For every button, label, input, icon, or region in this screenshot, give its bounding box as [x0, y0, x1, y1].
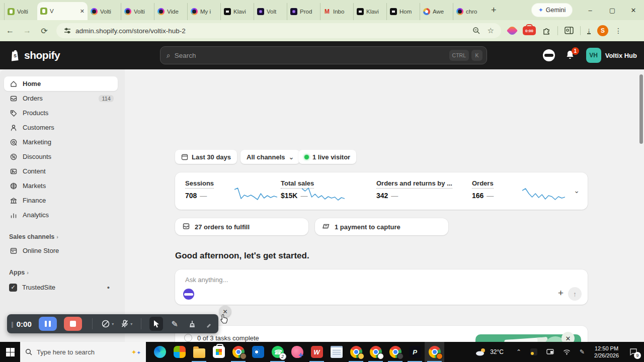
shopify-logo[interactable]: S shopify [9, 49, 60, 62]
chrome-profile2-icon[interactable] [366, 342, 385, 362]
browser-tab[interactable]: Hom [386, 3, 420, 20]
browser-tab[interactable]: Prod [287, 3, 320, 20]
sidebar-item-marketing[interactable]: Marketing [4, 135, 118, 149]
sidebar-item-customers[interactable]: Customers [4, 120, 118, 135]
url-text[interactable]: admin.shopify.com/store/voltix-hub-2 [75, 27, 472, 35]
back-icon[interactable]: ← [3, 26, 17, 35]
window-close-button[interactable]: ✕ [623, 0, 644, 20]
browser-tab[interactable]: chro [453, 3, 486, 20]
browser-tab[interactable]: Inbo [320, 3, 353, 20]
orders-to-fulfill-card[interactable]: 27 orders to fulfill [175, 218, 308, 235]
notification-center-button[interactable]: 9 [625, 342, 642, 362]
ask-input[interactable]: Ask anything... [185, 276, 228, 284]
notifications-bell-button[interactable]: 1 [565, 50, 576, 61]
weather-widget[interactable]: 32°C [475, 348, 504, 356]
sidebar-item-online-store[interactable]: Online Store [4, 243, 118, 258]
gemini-button[interactable]: ✦ Gemini [532, 4, 572, 17]
wifi-icon[interactable] [563, 349, 571, 355]
chevron-down-icon[interactable]: ▾ [130, 322, 132, 326]
page-scrollbar[interactable] [639, 74, 643, 144]
chrome-active-icon[interactable] [425, 342, 444, 362]
apps-header[interactable]: Apps› [9, 269, 125, 276]
browser-tab[interactable]: Awe [420, 3, 453, 20]
pen-tool-button[interactable]: ✎ [168, 317, 182, 331]
word-red-icon[interactable]: W [307, 342, 327, 362]
sidebar-item-discounts[interactable]: Discounts [4, 149, 118, 164]
sidebar-item-content[interactable]: Content [4, 164, 118, 178]
browser-tab[interactable]: V ✕ [37, 2, 88, 20]
metric[interactable]: Orders 166— [472, 179, 494, 200]
payment-to-capture-card[interactable]: 1 payment to capture [315, 218, 448, 235]
notepad-icon[interactable] [327, 342, 346, 362]
tray-expand-chevron-icon[interactable]: ⌃ [516, 348, 521, 355]
pink-app-icon[interactable] [287, 342, 307, 362]
address-bar[interactable]: admin.shopify.com/store/voltix-hub-2 ☆ [56, 23, 501, 38]
browser-tab[interactable]: Vide [154, 3, 187, 20]
dismiss-card-icon[interactable]: ✕ [561, 332, 575, 342]
forward-icon[interactable]: → [20, 26, 34, 35]
edge-icon[interactable] [150, 342, 170, 362]
camera-off-button[interactable]: ▾ [101, 319, 114, 328]
browser-tab[interactable]: Volti [88, 3, 121, 20]
cursor-tool-button[interactable] [149, 317, 163, 331]
browser-tab[interactable]: My i [187, 3, 220, 20]
sidebar-item-products[interactable]: Products [4, 106, 118, 120]
new-tab-button[interactable]: + [491, 0, 497, 20]
live-visitors-pill[interactable]: 1 live visitor [298, 150, 356, 164]
admin-search-bar[interactable]: ⌕ Search CTRL K [160, 46, 487, 64]
sidebar-item-markets[interactable]: Markets [4, 178, 118, 193]
color-picker-extension-icon[interactable] [507, 25, 518, 37]
drag-handle[interactable]: || [11, 320, 13, 328]
sidebar-item-orders[interactable]: Orders 114 [4, 91, 118, 106]
sidebar-item-home[interactable]: Home [4, 76, 118, 91]
tab-close-icon[interactable]: ✕ [80, 8, 85, 15]
store-menu-button[interactable]: VH Voltix Hub [586, 48, 637, 63]
bookmark-star-icon[interactable]: ☆ [488, 26, 494, 35]
window-minimize-button[interactable]: – [580, 0, 601, 20]
extensions-puzzle-icon[interactable] [542, 27, 551, 35]
downloads-icon[interactable]: ↓ [587, 27, 591, 34]
site-info-icon[interactable] [63, 27, 71, 35]
browser-tab[interactable]: Volt [254, 3, 287, 20]
browser-tab[interactable]: Volti [121, 3, 154, 20]
chrome-profile1-icon[interactable] [346, 342, 366, 362]
display-icon[interactable] [546, 349, 554, 355]
chrome-menu-icon[interactable]: ⋮ [615, 27, 622, 35]
chrome-lock-icon[interactable] [228, 342, 248, 362]
pen-icon[interactable]: ✎ [580, 348, 585, 355]
sidekick-icon[interactable] [543, 49, 555, 61]
channels-filter[interactable]: All channels ⌄ [240, 150, 300, 164]
browser-tab[interactable]: Volti [4, 3, 37, 20]
window-restore-button[interactable]: ▢ [602, 0, 623, 20]
send-button[interactable]: ↑ [568, 287, 582, 301]
metric[interactable]: Orders and returns by ... 342— [376, 179, 452, 200]
chrome-profile3-icon[interactable] [385, 342, 405, 362]
sidebar-item-analytics[interactable]: Analytics [4, 208, 118, 222]
highlight-tool-button[interactable] [203, 317, 216, 331]
browser-profile-avatar[interactable]: S [597, 25, 608, 36]
sidebar-item-finance[interactable]: Finance [4, 193, 118, 208]
chevron-down-icon[interactable]: ▾ [112, 322, 114, 326]
file-explorer-icon[interactable] [189, 342, 209, 362]
copilot-icon[interactable] [170, 342, 189, 362]
zoom-icon[interactable] [472, 27, 480, 35]
p-app-icon[interactable]: P [405, 342, 425, 362]
sales-channels-header[interactable]: Sales channels› [9, 233, 125, 240]
pause-recording-button[interactable] [39, 317, 57, 331]
metrics-expand-chevron-icon[interactable]: ⌄ [574, 187, 580, 195]
whatsapp-icon[interactable]: ☎2 [268, 342, 287, 362]
ask-anything-card[interactable]: Ask anything... + ↑ [175, 269, 588, 305]
start-button[interactable] [0, 342, 20, 362]
browser-tab[interactable]: Klavi [353, 3, 386, 20]
tray-app-icon[interactable] [530, 348, 537, 355]
date-range-filter[interactable]: Last 30 days [175, 150, 237, 164]
sidebar-item-trustedsite[interactable]: ✓ TrustedSite • [4, 280, 118, 295]
side-panel-search-icon[interactable] [565, 27, 574, 35]
store-icon[interactable] [209, 342, 228, 362]
stop-recording-button[interactable] [64, 317, 82, 331]
browser-tab[interactable]: Klavi [220, 3, 254, 20]
taskbar-search-box[interactable]: Type here to search ✦✦ [20, 342, 146, 362]
taskbar-clock[interactable]: 12:50 PM 2/26/2026 [594, 345, 619, 359]
attach-plus-button[interactable]: + [558, 288, 564, 299]
recorder-extension-icon[interactable]: 0:00 [523, 26, 536, 35]
